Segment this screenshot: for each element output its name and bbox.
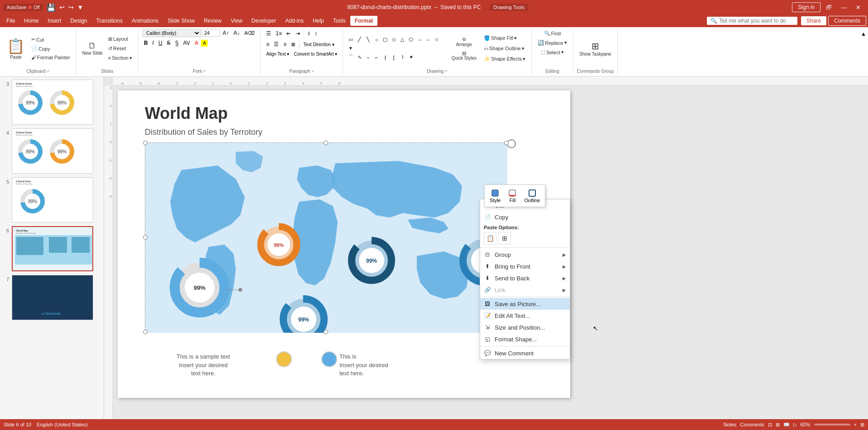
share-button[interactable]: Share (801, 16, 826, 25)
menu-developer[interactable]: Developer (247, 16, 281, 26)
shape-more[interactable]: ▾ (347, 44, 355, 52)
find-button[interactable]: 🔍 Find (542, 29, 563, 38)
fit-slide-icon[interactable]: ⊞ (860, 422, 864, 428)
ctx-copy[interactable]: 📄 Copy (480, 211, 570, 223)
sel-handle-ml[interactable] (143, 235, 148, 240)
menu-help[interactable]: Help (308, 16, 329, 26)
sel-handle-tl[interactable] (143, 141, 148, 145)
shape-wave[interactable]: ∿ (355, 53, 363, 61)
font-decrease-button[interactable]: A↓ (232, 29, 242, 37)
numbering-button[interactable]: 1≡ (274, 29, 284, 38)
shape-outline-button[interactable]: ▭ Shape Outline ▾ (482, 44, 528, 53)
decrease-indent-button[interactable]: ⇤ (285, 29, 293, 38)
shape-special[interactable]: ✦ (407, 53, 415, 61)
zoom-slider[interactable] (814, 424, 850, 425)
shape-custom[interactable]: ⌇ (398, 53, 406, 61)
menu-design[interactable]: Design (66, 16, 91, 26)
slide-thumb-6[interactable]: 6 World Map Distribution of Sales by Ter… (2, 225, 102, 272)
align-right-button[interactable]: ≡ (281, 40, 288, 48)
slide-thumbnail-4[interactable]: 2 Donut Charts Distribution of Salary Gr… (12, 128, 93, 174)
shape-arrow-right[interactable]: → (415, 36, 424, 44)
font-expand-icon[interactable]: ⤢ (203, 69, 206, 73)
increase-indent-button[interactable]: ⇥ (294, 29, 302, 38)
restore-down-icon[interactable]: 🗗 (822, 3, 835, 12)
zoom-in-icon[interactable]: + (854, 422, 857, 427)
section-button[interactable]: ≡ Section ▾ (106, 54, 134, 62)
justify-button[interactable]: ≣ (289, 40, 297, 48)
outline-tool-button[interactable]: Outline (521, 187, 543, 205)
columns-button[interactable]: ⫴ (306, 29, 312, 38)
align-text-button[interactable]: Align Text ▾ (264, 51, 291, 57)
slide-thumbnail-6[interactable]: World Map Distribution of Sales by Terro… (12, 226, 93, 271)
menu-insert[interactable]: Insert (43, 16, 66, 26)
paste-merge-button[interactable]: ⊞ (498, 232, 511, 245)
shape-rounded-rect[interactable]: ▢ (381, 36, 389, 44)
menu-tools[interactable]: Tools (329, 16, 350, 26)
layout-button[interactable]: ⊞ Layout (106, 35, 134, 43)
fill-tool-button[interactable]: Fill (505, 187, 520, 205)
autosave-button[interactable]: AutoSave Off (4, 4, 43, 11)
reset-button[interactable]: ↺ Reset (106, 44, 134, 53)
quick-styles-button[interactable]: ▤ Quick Styles (449, 49, 479, 62)
ctx-group[interactable]: ⊡ Group ▶ (480, 249, 570, 260)
sel-handle-bc[interactable] (324, 330, 328, 334)
menu-file[interactable]: File (2, 16, 19, 26)
slide-thumbnail-3[interactable]: 2 Donut Charts Distribution of Salary Gr… (12, 80, 93, 125)
character-spacing-button[interactable]: AV (181, 39, 192, 47)
shape-arrow-left[interactable]: ← (424, 36, 432, 44)
menu-review[interactable]: Review (199, 16, 226, 26)
clear-format-button[interactable]: A⌫ (243, 29, 257, 37)
shape-connector[interactable]: ⌐ (372, 53, 381, 61)
shape-arc[interactable]: ⌒ (347, 53, 355, 61)
sel-handle-tr[interactable] (504, 141, 509, 145)
ctx-link[interactable]: 🔗 Link ▶ (480, 284, 570, 296)
save-icon[interactable]: 💾 (47, 3, 56, 12)
ctx-new-comment[interactable]: 💬 New Comment (480, 347, 570, 359)
font-size-input[interactable] (202, 29, 220, 37)
ctx-save-as-picture[interactable]: 🖼 Save as Picture... (480, 298, 570, 310)
shape-line2[interactable]: ╲ (364, 36, 372, 44)
shape-line[interactable]: ╱ (355, 36, 363, 44)
text-direction-button[interactable]: Text Direction ▾ (301, 41, 336, 48)
ribbon-collapse-button[interactable]: ▲ (859, 29, 868, 75)
italic-button[interactable]: I (151, 39, 156, 47)
slide-thumb-7[interactable]: 7 ● SlideModel... (2, 274, 102, 321)
ctx-size-position[interactable]: ⇲ Size and Position... (480, 321, 570, 333)
shape-oval[interactable]: ○ (372, 36, 381, 44)
paste-button[interactable]: 📋 Paste (4, 35, 28, 62)
paste-keep-source-button[interactable]: 📋 (484, 232, 496, 245)
shape-diamond[interactable]: ◇ (390, 36, 398, 44)
slideshow-icon[interactable]: ▷ (793, 422, 797, 428)
notes-button[interactable]: Notes (724, 422, 737, 427)
menu-addins[interactable]: Add-ins (281, 16, 308, 26)
sign-in-button[interactable]: Sign in (792, 2, 820, 12)
clipboard-expand-icon[interactable]: ⤢ (47, 69, 50, 73)
menu-view[interactable]: View (226, 16, 247, 26)
replace-button[interactable]: 🔄 Replace ▾ (535, 38, 569, 47)
slide-thumbnail-5[interactable]: 1 Donut Chart Distribution of Salary Gro… (12, 177, 93, 222)
shape-pentagon[interactable]: ⬠ (407, 36, 415, 44)
slide-thumb-3[interactable]: 3 2 Donut Charts Distribution of Salary … (2, 79, 102, 126)
menu-format[interactable]: Format (350, 16, 378, 26)
highlight-button[interactable]: A (201, 40, 208, 47)
comments-button[interactable]: Comments (828, 16, 866, 26)
map-container[interactable]: 99% 99% (145, 142, 507, 332)
underline-button[interactable]: U (157, 39, 164, 47)
shape-bracket[interactable]: [ (390, 53, 398, 61)
copy-button[interactable]: 📄 Copy (29, 44, 72, 53)
slide-sorter-icon[interactable]: ⊞ (776, 422, 780, 428)
shape-triangle[interactable]: △ (398, 36, 406, 44)
strikethrough-button[interactable]: S (165, 39, 172, 47)
reading-view-icon[interactable]: 📖 (783, 422, 790, 428)
bold-button[interactable]: B (142, 39, 150, 47)
shape-star[interactable]: ☆ (433, 36, 441, 44)
select-button[interactable]: ⬚ Select ▾ (539, 48, 566, 57)
shape-rect[interactable]: ▭ (347, 36, 355, 44)
shape-fill-button[interactable]: 🪣 Shape Fill ▾ (482, 34, 528, 43)
customize-icon[interactable]: ▼ (77, 4, 84, 11)
ctx-edit-alt-text[interactable]: 📝 Edit Alt Text... (480, 310, 570, 321)
close-icon[interactable]: ✕ (852, 3, 864, 12)
shape-brace[interactable]: { (381, 53, 389, 61)
font-increase-button[interactable]: A↑ (221, 29, 231, 37)
slide-thumb-4[interactable]: 4 2 Donut Charts Distribution of Salary … (2, 128, 102, 175)
